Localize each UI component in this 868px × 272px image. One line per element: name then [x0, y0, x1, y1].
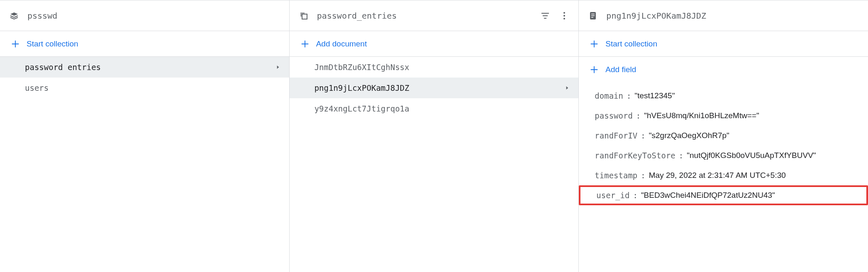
panel-root: pssswd Start collection password_entries… — [0, 0, 290, 272]
documents-list: JnmDtbRZu6XItCghNssxpng1n9jLcxPOKamJ8JDZ… — [290, 57, 579, 272]
field-colon: : — [641, 171, 645, 180]
svg-rect-2 — [544, 18, 546, 19]
field-value: "BED3wChei4NEiDfQP72atUz2NU43" — [641, 191, 775, 200]
panel-document: png1n9jLcxPOKamJ8JDZ Start collection Ad… — [579, 0, 868, 272]
panel-root-title: pssswd — [27, 11, 281, 21]
field-value: "test12345" — [634, 91, 675, 100]
doc-start-collection-label: Start collection — [605, 39, 657, 49]
field-key: timestamp — [595, 171, 637, 180]
plus-icon — [590, 65, 599, 74]
document-icon — [587, 10, 599, 22]
document-item-label: y9z4xngLct7Jtigrqo1a — [315, 104, 571, 113]
field-row[interactable]: timestamp:May 29, 2022 at 2:31:47 AM UTC… — [579, 165, 868, 185]
field-colon: : — [679, 151, 683, 160]
svg-rect-8 — [591, 15, 595, 16]
field-colon: : — [633, 191, 637, 200]
svg-rect-0 — [541, 13, 549, 14]
start-collection-label: Start collection — [27, 39, 78, 49]
field-colon: : — [636, 111, 641, 120]
field-key: user_id — [596, 191, 629, 200]
filter-icon[interactable] — [539, 10, 551, 22]
panel-collection: password_entries Add document JnmDtbRZu6… — [290, 0, 579, 272]
svg-rect-1 — [543, 15, 548, 16]
field-value: "s2grzQaOegXOhR7p" — [649, 131, 729, 140]
firestore-browser: pssswd Start collection password_entries… — [0, 0, 868, 272]
field-row[interactable]: randForKeyToStore:"nutQjf0KGSb0oVU5uApTX… — [579, 146, 868, 165]
start-collection-button[interactable]: Start collection — [0, 31, 289, 57]
field-value: "hVEsU8mq/Kni1oBHLzeMtw==" — [644, 111, 759, 120]
document-item[interactable]: y9z4xngLct7Jtigrqo1a — [290, 98, 579, 119]
add-document-label: Add document — [316, 39, 367, 49]
field-colon: : — [627, 91, 631, 100]
panel-collection-title: password_entries — [317, 11, 532, 21]
home-icon[interactable] — [8, 10, 20, 22]
panel-root-header: pssswd — [0, 0, 289, 31]
field-row[interactable]: user_id:"BED3wChei4NEiDfQP72atUz2NU43" — [579, 185, 868, 205]
field-key: randForKeyToStore — [595, 151, 675, 160]
panel-collection-header: password_entries — [290, 0, 579, 31]
svg-rect-7 — [591, 14, 595, 15]
collection-item-label: users — [25, 83, 281, 92]
fields-list: domain:"test12345"password:"hVEsU8mq/Kni… — [579, 83, 868, 209]
add-document-button[interactable]: Add document — [290, 31, 579, 57]
collection-icon — [298, 10, 310, 22]
add-field-label: Add field — [605, 65, 636, 74]
document-item-label: JnmDtbRZu6XItCghNssx — [315, 63, 571, 72]
document-item[interactable]: png1n9jLcxPOKamJ8JDZ — [290, 78, 579, 98]
collections-list: password_entriesusers — [0, 57, 289, 272]
field-key: password — [595, 111, 633, 120]
collection-item[interactable]: password_entries — [0, 57, 289, 78]
plus-icon — [11, 39, 20, 49]
svg-point-3 — [563, 12, 565, 14]
field-key: randForIV — [595, 131, 637, 140]
chevron-right-icon — [275, 64, 281, 70]
add-field-button[interactable]: Add field — [579, 57, 868, 83]
field-row[interactable]: password:"hVEsU8mq/Kni1oBHLzeMtw==" — [579, 106, 868, 126]
document-item-label: png1n9jLcxPOKamJ8JDZ — [315, 83, 565, 92]
document-item[interactable]: JnmDtbRZu6XItCghNssx — [290, 57, 579, 78]
field-colon: : — [641, 131, 645, 140]
chevron-right-icon — [564, 85, 570, 91]
panel-document-header: png1n9jLcxPOKamJ8JDZ — [579, 0, 868, 31]
svg-point-5 — [563, 18, 565, 19]
field-row[interactable]: randForIV:"s2grzQaOegXOhR7p" — [579, 126, 868, 146]
field-value: "nutQjf0KGSb0oVU5uApTXfYBUVV" — [687, 151, 816, 160]
panel-document-title: png1n9jLcxPOKamJ8JDZ — [606, 11, 860, 21]
svg-point-4 — [563, 15, 565, 17]
plus-icon — [590, 39, 599, 49]
more-vert-icon[interactable] — [558, 10, 570, 22]
doc-start-collection-button[interactable]: Start collection — [579, 31, 868, 57]
collection-item[interactable]: users — [0, 78, 289, 98]
field-row[interactable]: domain:"test12345" — [579, 86, 868, 106]
field-key: domain — [595, 91, 623, 100]
field-value: May 29, 2022 at 2:31:47 AM UTC+5:30 — [649, 171, 786, 180]
collection-item-label: password_entries — [25, 63, 275, 72]
plus-icon — [300, 39, 310, 49]
svg-rect-9 — [591, 17, 593, 18]
